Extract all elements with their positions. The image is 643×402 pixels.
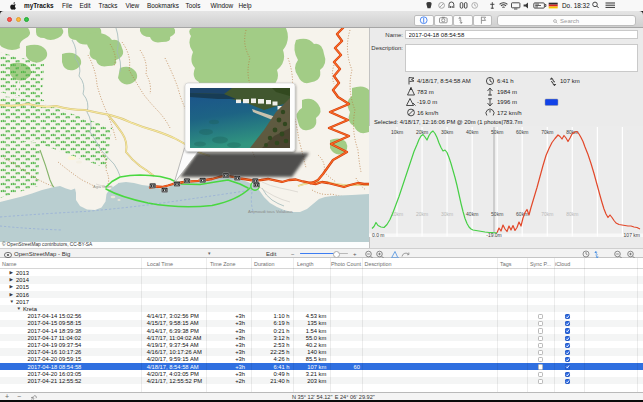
svg-text:50km: 50km [491, 210, 503, 216]
svg-text:30km: 30km [441, 128, 453, 134]
svg-text:107 km: 107 km [624, 231, 640, 237]
svg-text:20km: 20km [416, 128, 428, 134]
svg-text:0.0 m: 0.0 m [372, 231, 385, 237]
svg-text:40km: 40km [466, 210, 478, 216]
svg-text:20km: 20km [416, 210, 428, 216]
svg-text:10km: 10km [391, 128, 403, 134]
svg-text:50km: 50km [491, 128, 503, 134]
svg-text:70km: 70km [541, 210, 553, 216]
svg-text:Ammoudi tous Volakous: Ammoudi tous Volakous [248, 209, 293, 214]
svg-text:30km: 30km [441, 210, 453, 216]
svg-text:Agia Galini: Agia Galini [93, 184, 112, 189]
svg-text:40km: 40km [466, 128, 478, 134]
svg-text:60km: 60km [516, 128, 528, 134]
svg-text:-19.0m: -19.0m [486, 231, 502, 237]
svg-text:60km: 60km [516, 210, 528, 216]
svg-text:80km: 80km [566, 210, 578, 216]
svg-text:70km: 70km [541, 128, 553, 134]
